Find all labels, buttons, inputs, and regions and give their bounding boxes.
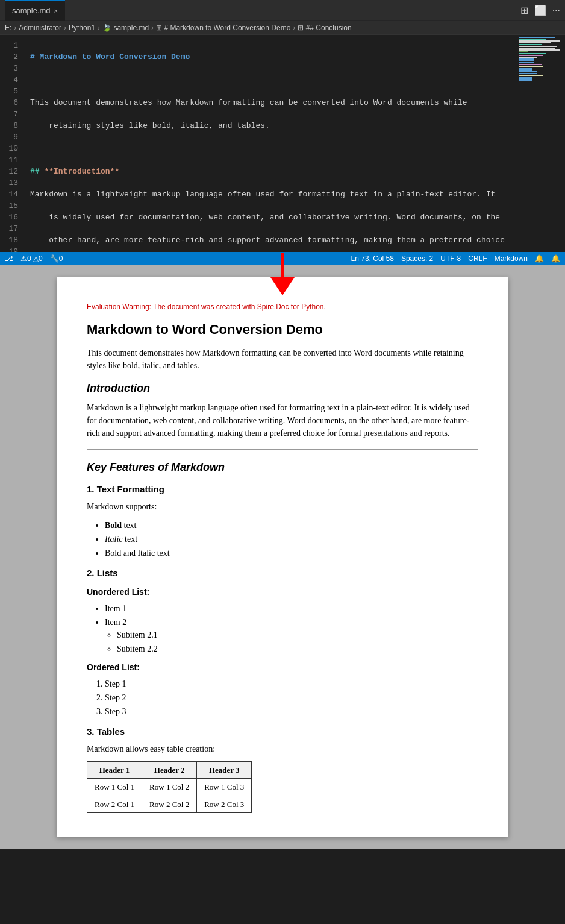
svg-marker-1 <box>270 277 295 295</box>
git-icon: ⎇ <box>5 254 13 263</box>
notification-icon[interactable]: 🔔 <box>551 254 560 263</box>
line-numbers: 12345 678910 1112131415 1617181920 21222… <box>0 35 25 252</box>
tab-bar-right: ⊞ ⬜ ··· <box>520 5 560 16</box>
cell-r2-c2: Row 2 Col 2 <box>142 796 197 813</box>
code-editor[interactable]: # Markdown to Word Conversion Demo This … <box>25 35 517 252</box>
word-key-features-heading: Key Features of Markdown <box>87 459 478 476</box>
word-ordered-list: Step 1 Step 2 Step 3 <box>105 677 478 718</box>
tab-label: sample.md <box>12 6 51 15</box>
close-icon[interactable]: × <box>54 7 58 14</box>
word-unordered-list-heading: Unordered List: <box>87 586 478 599</box>
arrow-indicator <box>264 253 301 298</box>
ordered-item-2: Step 2 <box>105 691 478 704</box>
table-row-1: Row 1 Col 1 Row 1 Col 2 Row 1 Col 3 <box>87 779 252 796</box>
feedback-icon[interactable]: 🔔 <box>535 254 544 263</box>
cell-r1-c1: Row 1 Col 1 <box>87 779 142 796</box>
indent-type[interactable]: Spaces: 2 <box>401 254 433 263</box>
error-count[interactable]: ⚠0 △0 <box>20 254 43 263</box>
encoding[interactable]: UTF-8 <box>440 254 461 263</box>
word-table-desc: Markdown allows easy table creation: <box>87 743 478 755</box>
list-item-bold-italic: Bold and Italic text <box>105 547 478 559</box>
word-unordered-list: Item 1 Item 2 Subitem 2.1 Subitem 2.2 <box>105 602 478 655</box>
status-left: ⎇ ⚠0 △0 🔧0 <box>5 254 63 263</box>
word-preview-area: Evaluation Warning: The document was cre… <box>0 265 565 849</box>
word-page: Evaluation Warning: The document was cre… <box>57 277 508 837</box>
table-header-2: Header 2 <box>142 761 197 779</box>
word-intro-heading: Introduction <box>87 380 478 397</box>
word-divider <box>87 449 478 450</box>
table-header-row: Header 1 Header 2 Header 3 <box>87 761 252 779</box>
word-intro-body: Markdown is a lightweight markup languag… <box>87 401 478 439</box>
subitem-2-1: Subitem 2.1 <box>117 629 478 641</box>
table-header-1: Header 1 <box>87 761 142 779</box>
word-table: Header 1 Header 2 Header 3 Row 1 Col 1 R… <box>87 761 252 814</box>
table-header-3: Header 3 <box>197 761 252 779</box>
cursor-position[interactable]: Ln 73, Col 58 <box>351 254 394 263</box>
sample-md-tab[interactable]: sample.md × <box>5 0 65 21</box>
table-row-2: Row 2 Col 1 Row 2 Col 2 Row 2 Col 3 <box>87 796 252 813</box>
info-count[interactable]: 🔧0 <box>50 254 63 263</box>
cell-r1-c2: Row 1 Col 2 <box>142 779 197 796</box>
word-section1-body: Markdown supports: <box>87 500 478 513</box>
tab-bar-left: sample.md × <box>5 0 65 21</box>
more-icon[interactable]: ··· <box>552 5 560 16</box>
editor-area: 12345 678910 1112131415 1617181920 21222… <box>0 35 565 252</box>
word-intro: This document demonstrates how Markdown … <box>87 347 478 372</box>
word-sublist: Subitem 2.1 Subitem 2.2 <box>117 629 478 655</box>
language-mode[interactable]: Markdown <box>495 254 528 263</box>
word-section1-heading: 1. Text Formatting <box>87 483 478 497</box>
word-section2-heading: 2. Lists <box>87 567 478 580</box>
minimap <box>517 35 565 252</box>
list-item-italic: Italic text <box>105 533 478 545</box>
word-title: Markdown to Word Conversion Demo <box>87 319 478 339</box>
cell-r2-c1: Row 2 Col 1 <box>87 796 142 813</box>
word-section3-heading: 3. Tables <box>87 725 478 739</box>
cell-r2-c3: Row 2 Col 3 <box>197 796 252 813</box>
cell-r1-c3: Row 1 Col 3 <box>197 779 252 796</box>
word-section1-list: Bold text Italic text Bold and Italic te… <box>105 519 478 559</box>
ordered-item-1: Step 1 <box>105 677 478 690</box>
line-ending[interactable]: CRLF <box>468 254 487 263</box>
layout-icon[interactable]: ⬜ <box>534 5 546 16</box>
eval-warning: Evaluation Warning: The document was cre… <box>87 301 478 312</box>
subitem-2-2: Subitem 2.2 <box>117 643 478 655</box>
list-item-bold: Bold text <box>105 519 478 532</box>
ordered-item-3: Step 3 <box>105 705 478 718</box>
breadcrumb: E: › Administrator › Python1 › 🍃 sample.… <box>0 21 565 35</box>
status-right: Ln 73, Col 58 Spaces: 2 UTF-8 CRLF Markd… <box>351 254 560 263</box>
split-editor-icon[interactable]: ⊞ <box>520 5 528 16</box>
tab-bar: sample.md × ⊞ ⬜ ··· <box>0 0 565 21</box>
list-item-2: Item 2 Subitem 2.1 Subitem 2.2 <box>105 616 478 655</box>
word-ordered-list-heading: Ordered List: <box>87 661 478 674</box>
list-item-1: Item 1 <box>105 602 478 615</box>
